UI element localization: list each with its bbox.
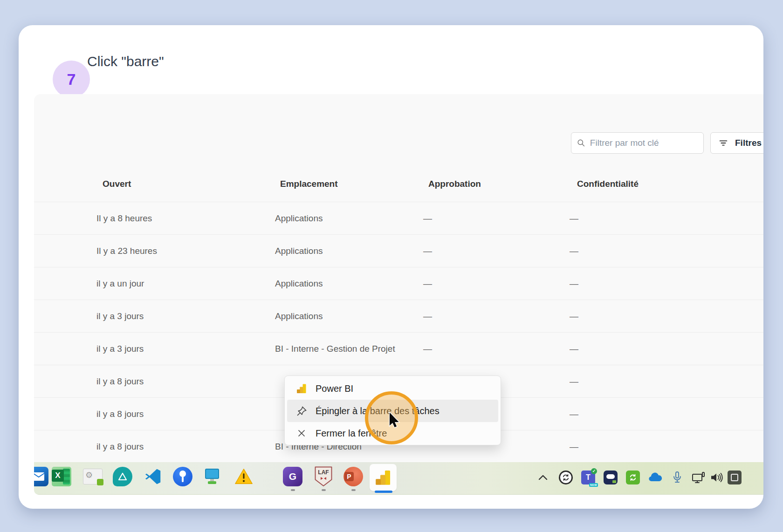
cell-ouvert: il y a 3 jours (96, 300, 144, 333)
tray-green-sync-icon[interactable] (625, 470, 641, 485)
svg-text:LAF: LAF (318, 469, 329, 476)
table-row[interactable]: Il y a 8 heures Applications — — (34, 202, 763, 234)
tray-onedrive-icon[interactable] (647, 470, 663, 485)
tray-remote-chat-icon[interactable] (603, 470, 618, 485)
step-title: Click "barre" (87, 52, 164, 71)
taskbar-laf-icon[interactable]: LAF (313, 466, 334, 487)
cell-approbation: — (423, 202, 432, 235)
cell-approbation: — (423, 235, 432, 267)
close-icon (295, 427, 308, 439)
cell-confidentialite: — (570, 267, 578, 300)
cell-emplacement: Applications (275, 202, 323, 235)
windows-taskbar: X ⚙ (34, 462, 763, 495)
taskbar-map-pin-icon[interactable] (172, 466, 193, 487)
cell-confidentialite: — (570, 235, 578, 267)
tray-status-icon[interactable] (727, 470, 742, 485)
tray-expand-chevron-icon[interactable] (535, 470, 551, 485)
table-row[interactable]: il y a 3 jours BI - Interne - Gestion de… (34, 332, 763, 365)
taskbar-power-bi-icon[interactable] (370, 464, 397, 491)
step-number-badge: 7 (53, 61, 90, 98)
taskbar-warning-icon[interactable] (234, 466, 254, 487)
cell-ouvert: il y a 3 jours (96, 333, 144, 365)
cell-ouvert: il y a 8 jours (96, 365, 144, 398)
taskbar-grammarly-icon[interactable]: G (282, 466, 303, 487)
cell-confidentialite: — (570, 430, 578, 463)
cell-confidentialite: — (570, 398, 578, 430)
running-indicator-dot (322, 489, 326, 491)
table-row[interactable]: Il y a 23 heures Applications — — (34, 234, 763, 267)
column-header-ouvert[interactable]: Ouvert (103, 179, 131, 189)
taskbar-system-tools-icon[interactable]: ⚙ (82, 466, 103, 487)
tutorial-step-card: 7 Click "barre" Filtres (19, 25, 763, 509)
search-input[interactable] (590, 138, 698, 148)
cell-ouvert: il y a 8 jours (96, 398, 144, 430)
column-header-confidentialite[interactable]: Confidentialité (577, 179, 639, 189)
cell-emplacement: Applications (275, 235, 323, 267)
cell-approbation: — (423, 333, 432, 365)
menu-item-label: Power BI (316, 383, 353, 394)
cell-ouvert: il y a 8 jours (96, 430, 144, 463)
cell-ouvert: Il y a 23 heures (96, 235, 157, 267)
filters-button-label: Filtres (735, 138, 762, 148)
table-row[interactable]: il y a 3 jours Applications — — (34, 300, 763, 332)
table-row[interactable]: il y a un jour Applications — — (34, 267, 763, 300)
cell-confidentialite: — (570, 365, 578, 398)
column-header-emplacement[interactable]: Emplacement (280, 179, 338, 189)
running-indicator-dot (351, 489, 356, 491)
power-bi-icon (295, 382, 308, 395)
cell-confidentialite: — (570, 202, 578, 235)
taskbar-excel-icon[interactable]: X (51, 466, 72, 487)
taskbar-display-icon[interactable] (202, 466, 222, 487)
taskbar-vscode-icon[interactable] (143, 466, 163, 487)
cell-ouvert: il y a un jour (96, 267, 144, 300)
cell-emplacement: Applications (275, 267, 323, 300)
taskbar-teal-app-icon[interactable] (112, 466, 133, 487)
tray-sync-icon[interactable] (558, 470, 574, 485)
page-background: 7 Click "barre" Filtres (0, 0, 783, 532)
cell-emplacement: BI - Interne - Gestion de Projet (275, 333, 395, 365)
cell-emplacement: Applications (275, 300, 323, 333)
cell-approbation: — (423, 267, 432, 300)
cell-confidentialite: — (570, 300, 578, 333)
column-header-approbation[interactable]: Approbation (428, 179, 481, 189)
cell-confidentialite: — (570, 333, 578, 365)
tray-microphone-icon[interactable] (669, 470, 685, 485)
cell-approbation: — (423, 300, 432, 333)
search-icon (577, 138, 585, 148)
mouse-cursor-icon (388, 412, 404, 431)
keyword-filter-box[interactable] (571, 132, 704, 154)
pin-icon (295, 405, 308, 417)
cell-ouvert: Il y a 8 heures (96, 202, 152, 235)
tray-display-connect-icon[interactable] (691, 470, 707, 485)
taskbar-mail-icon[interactable] (34, 466, 49, 487)
active-app-indicator (375, 491, 392, 493)
running-indicator-dot (291, 489, 295, 491)
screenshot-panel: Filtres Ouvert Emplacement Approbation C… (34, 94, 763, 495)
filter-icon (718, 138, 728, 148)
tray-volume-icon[interactable] (709, 470, 725, 485)
taskbar-powerpoint-icon[interactable]: P (343, 466, 364, 487)
filters-button[interactable]: Filtres (710, 132, 763, 154)
tray-teams-icon[interactable]: T ✓ NEW (580, 470, 596, 485)
